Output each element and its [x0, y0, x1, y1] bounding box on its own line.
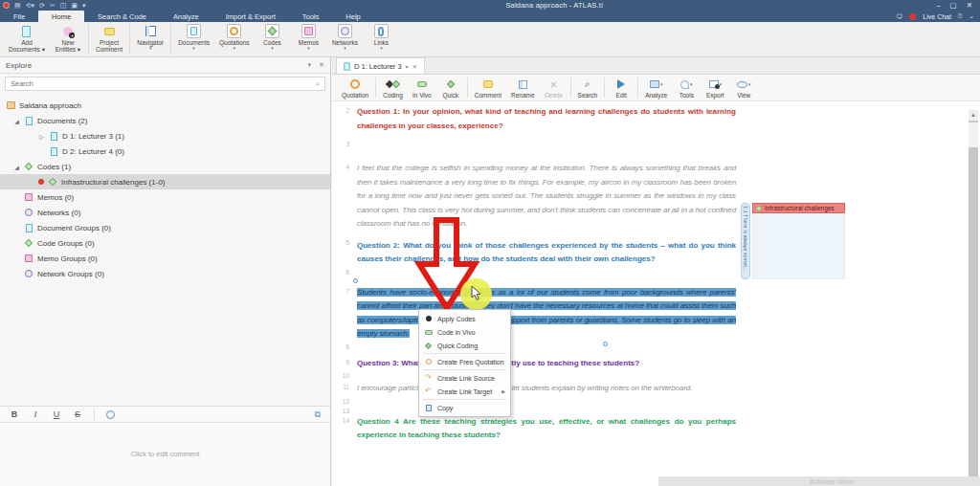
menu-item-copy[interactable]: Copy — [419, 401, 510, 414]
tree-item-document-groups[interactable]: Document Groups (0) — [0, 220, 330, 235]
collapse-ribbon-icon[interactable]: ⌄ — [969, 12, 974, 20]
selection-start-handle[interactable] — [353, 278, 358, 283]
documents-button[interactable]: Documents ▾ — [173, 22, 214, 56]
new-entities-button[interactable]: + New Entities ▾ — [50, 22, 86, 56]
margin-code-label[interactable]: Infrastructural challenges — [752, 203, 845, 213]
code-in-vivo-icon — [424, 330, 433, 335]
comment-placeholder[interactable]: Click to edit comment — [0, 450, 330, 458]
menu-item-code-in-vivo[interactable]: Code in Vivo — [419, 325, 510, 339]
quotation-button[interactable]: Quotation — [337, 75, 373, 100]
tree-item-d1-lecturer3[interactable]: ▷ D 1: Lecturer 3 (1) — [0, 128, 330, 144]
menu-item-create-link-target[interactable]: ↶ Create Link Target ▶ — [419, 385, 510, 398]
undo-icon[interactable]: ⟲▾ — [26, 2, 34, 9]
in-vivo-button[interactable]: In Vivo — [408, 75, 436, 100]
export-button[interactable]: ▾ Export — [701, 75, 729, 100]
maximize-button[interactable]: ▢ — [950, 1, 957, 10]
coding-button[interactable]: Coding — [378, 75, 408, 100]
save-icon[interactable]: ▤ — [14, 2, 21, 9]
menu-item-create-link-source[interactable]: ↷ Create Link Source — [419, 371, 510, 385]
tree-item-d2-lecturer4[interactable]: D 2: Lecturer 4 (0) — [0, 144, 330, 159]
document-tab-d1-lecturer3[interactable]: D 1: Lecturer 3 ▾ ✕ — [336, 57, 425, 74]
edit-button[interactable]: Edit — [607, 75, 635, 100]
tree-item-memos[interactable]: Memos (0) — [0, 189, 330, 205]
memos-button[interactable]: Memos ▾ — [290, 22, 326, 56]
underline-button[interactable]: U — [52, 409, 61, 419]
tab-analyze[interactable]: Analyze — [160, 11, 212, 22]
close-button[interactable]: ✕ — [967, 1, 972, 10]
emoji-icon[interactable] — [106, 410, 115, 419]
redo-icon[interactable]: ⟳ — [39, 2, 45, 9]
analyze-button[interactable]: ▾ Analyze — [640, 75, 672, 100]
help-icon[interactable]: ⍰ — [958, 12, 962, 20]
tab-close-icon[interactable]: ✕ — [412, 63, 417, 70]
strikethrough-button[interactable]: S — [73, 409, 82, 419]
collapse-expander-icon[interactable]: ◢ — [13, 118, 20, 124]
code-icon — [48, 177, 57, 187]
document-tab-bar: D 1: Lecturer 3 ▾ ✕ — [332, 57, 980, 75]
navigator-button[interactable]: Navigator ▾ — [132, 22, 168, 56]
paste-icon[interactable]: ▣ — [71, 2, 78, 9]
tree-item-networks[interactable]: Networks (0) — [0, 205, 330, 220]
view-button[interactable]: ▾ View — [729, 75, 758, 100]
selected-quotation-text[interactable]: Students have socio-economic problems as… — [357, 286, 736, 342]
tools-button[interactable]: ▾ Tools — [672, 75, 701, 100]
quotations-button[interactable]: Quotations ▾ — [214, 22, 254, 56]
quick-coding-button[interactable]: Quick — [436, 75, 465, 100]
qat-dropdown-icon[interactable]: ▾ — [82, 2, 86, 9]
question-1[interactable]: Question 1: In your opinion, what kind o… — [357, 105, 736, 133]
tree-item-documents[interactable]: ◢ Documents (2) — [0, 113, 330, 128]
tab-import-export[interactable]: Import & Export — [212, 11, 289, 22]
feedback-icon[interactable]: 🗨 — [896, 13, 902, 20]
codes-button[interactable]: Codes ▾ — [254, 22, 290, 56]
tree-item-memo-groups[interactable]: Memo Groups (0) — [0, 251, 330, 266]
answer-1[interactable]: I feel that the college is selfish in sp… — [357, 162, 736, 232]
document-content[interactable]: 2 Question 1: In your opinion, what kind… — [332, 101, 980, 486]
search-button[interactable]: ⌕ Search — [573, 75, 603, 100]
tree-item-infrastructural-challenges[interactable]: Infrastructural challenges (1-0) — [0, 174, 330, 189]
copy-icon[interactable]: ◫ — [60, 2, 67, 9]
popout-icon[interactable]: ⧉ — [315, 409, 321, 420]
tree-item-code-groups[interactable]: Code Groups (0) — [0, 235, 330, 251]
expand-expander-icon[interactable]: ▷ — [38, 133, 45, 140]
tree-item-project[interactable]: Saldana approach — [0, 98, 330, 113]
explore-close-icon[interactable]: ✕ — [319, 61, 324, 69]
question-3[interactable]: Question 3: What strategies do you curre… — [357, 357, 736, 371]
scrollbar-thumb[interactable] — [969, 122, 978, 147]
selection-end-handle[interactable] — [603, 342, 608, 346]
explore-search[interactable]: ⌕ — [5, 77, 325, 91]
tree-item-network-groups[interactable]: Network Groups (0) — [0, 266, 330, 281]
tab-dropdown-icon[interactable]: ▾ — [406, 63, 409, 70]
bold-button[interactable]: B — [10, 409, 19, 419]
tree-item-codes[interactable]: ◢ Codes (1) — [0, 159, 330, 174]
vertical-scrollbar[interactable]: ▲ — [969, 110, 978, 486]
project-comment-button[interactable]: Project Comment — [91, 22, 127, 56]
links-button[interactable]: Links ▾ — [363, 22, 399, 56]
question-4[interactable]: Question 4 Are these teaching strategies… — [357, 415, 736, 443]
italic-button[interactable]: I — [31, 409, 40, 419]
question-2[interactable]: Question 2: What do you think of those c… — [357, 239, 736, 267]
answer-3[interactable]: I encourage participation in class, I so… — [357, 382, 736, 396]
quotation-bar[interactable]: 1:1 There is always somet… — [741, 203, 750, 279]
add-documents-button[interactable]: Add Documents ▾ — [4, 22, 50, 56]
tab-file[interactable]: File — [0, 11, 38, 22]
tab-tools[interactable]: Tools — [289, 11, 333, 22]
rename-icon — [519, 78, 527, 91]
search-input[interactable] — [11, 79, 316, 88]
tab-search-and-code[interactable]: Search & Code — [84, 11, 160, 22]
tab-home[interactable]: Home — [38, 11, 84, 22]
menu-item-apply-codes[interactable]: Apply Codes — [419, 312, 510, 325]
scroll-up-icon[interactable]: ▲ — [969, 110, 978, 121]
rename-button[interactable]: Rename — [506, 75, 540, 100]
minimize-button[interactable]: – — [936, 1, 940, 10]
add-documents-icon — [19, 24, 33, 38]
tab-help[interactable]: Help — [332, 11, 373, 22]
apply-codes-icon — [424, 316, 433, 321]
comment-button[interactable]: Comment — [470, 75, 506, 100]
explore-dropdown-icon[interactable]: ▾ — [308, 61, 312, 69]
menu-item-create-free-quotation[interactable]: Create Free Quotation — [419, 355, 510, 368]
menu-item-quick-coding[interactable]: Quick Coding — [419, 339, 510, 352]
live-chat-button[interactable]: Live Chat — [923, 13, 951, 20]
cut-icon[interactable]: ✂ — [50, 2, 56, 9]
networks-button[interactable]: Networks ▾ — [326, 22, 363, 56]
collapse-expander-icon[interactable]: ◢ — [13, 164, 20, 170]
